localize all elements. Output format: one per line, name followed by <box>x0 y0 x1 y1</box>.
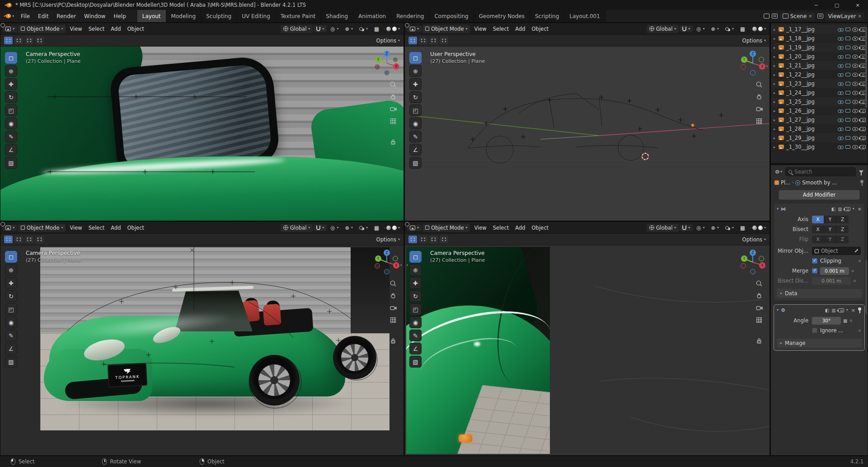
transform-tool-button[interactable]: ◉ <box>5 316 17 328</box>
animate-dot[interactable] <box>859 330 861 332</box>
hide-viewport-icon[interactable] <box>852 64 858 68</box>
options-dropdown[interactable]: Options▾ <box>742 236 766 243</box>
screen-data-icon[interactable] <box>845 73 850 76</box>
navigation-gizmo[interactable]: Z X Y <box>740 49 766 75</box>
select-mode-intersect[interactable] <box>440 37 448 44</box>
shading-material-button[interactable] <box>752 226 757 230</box>
show-gizmo-toggle[interactable]: ⊕▾ <box>342 25 356 33</box>
add-cube-tool-button[interactable]: ▧ <box>5 157 17 169</box>
measure-tool-button[interactable]: ∠ <box>5 343 17 354</box>
bisect-x-button[interactable]: X <box>812 226 824 233</box>
bisect-distance-field[interactable]: 0.001 m <box>812 277 851 285</box>
overlays-toggle[interactable]: ▾ <box>723 225 737 231</box>
minimize-button[interactable]: ─ <box>806 0 826 10</box>
grid-icon[interactable] <box>389 316 397 324</box>
screen-data-icon[interactable] <box>845 55 850 58</box>
select-mode-subtract[interactable] <box>25 236 33 243</box>
rotate-tool-button[interactable]: ↻ <box>5 290 17 302</box>
workspace-tab[interactable]: Layout.001 <box>564 10 605 22</box>
remove-viewlayer-icon[interactable]: × <box>858 14 862 19</box>
hide-viewport-icon[interactable] <box>852 37 858 41</box>
workspace-tab[interactable]: UV Editing <box>237 10 276 22</box>
screen-data-icon[interactable] <box>845 145 850 149</box>
link-icon[interactable] <box>838 118 844 122</box>
viewport-canvas[interactable]: Camera Perspective (27) Collection | Pla… <box>405 245 769 455</box>
proportional-editing-toggle[interactable]: ◎▾ <box>328 224 341 232</box>
outliner-row[interactable]: ▸ _1_22__jpg <box>771 70 868 79</box>
zoom-icon[interactable] <box>389 280 397 287</box>
viewport-menu[interactable]: Select <box>490 224 512 232</box>
axis-y-button[interactable]: Y <box>824 216 836 223</box>
snap-toggle[interactable]: ▾ <box>680 224 693 231</box>
screen-data-icon[interactable] <box>845 82 850 85</box>
link-icon[interactable] <box>838 28 844 31</box>
scale-tool-button[interactable]: ◰ <box>409 303 422 315</box>
overlays-toggle[interactable]: ▾ <box>357 26 371 32</box>
overlays-toggle[interactable]: ▾ <box>723 26 737 32</box>
viewport-menu[interactable]: View <box>471 25 489 33</box>
manage-subpanel[interactable]: ▸ Manage <box>777 339 862 348</box>
bisect-y-button[interactable]: Y <box>824 226 836 233</box>
realtime-toggle[interactable]: ▥ <box>831 308 835 313</box>
menu-item[interactable]: Help <box>109 10 130 22</box>
select-mode-subtract[interactable] <box>25 37 33 44</box>
measure-tool-button[interactable]: ∠ <box>409 144 422 156</box>
link-icon[interactable] <box>838 136 844 140</box>
animate-dot[interactable] <box>854 280 856 282</box>
disable-render-icon[interactable] <box>860 109 866 113</box>
expand-icon[interactable]: ▸ <box>774 127 778 131</box>
viewport-menu[interactable]: Add <box>108 224 124 232</box>
xray-toggle[interactable]: ▩ <box>737 224 748 232</box>
camera-view-icon[interactable] <box>389 304 397 311</box>
annotate-tool-button[interactable]: ✎ <box>409 330 422 341</box>
outliner-row[interactable]: ▸ _1_20__jpg <box>771 52 868 61</box>
animate-dot[interactable] <box>859 260 861 262</box>
new-scene-icon[interactable] <box>772 14 778 19</box>
viewport-canvas[interactable]: User Perspective (27) Collection | Plane… <box>405 47 769 221</box>
outliner-row[interactable]: ▸ _1_24__jpg <box>771 88 868 97</box>
rotate-tool-button[interactable]: ↻ <box>409 290 422 302</box>
xray-toggle[interactable]: ▩ <box>371 224 382 232</box>
viewport-menu[interactable]: Object <box>529 224 552 232</box>
move-tool-button[interactable]: ✚ <box>409 277 422 289</box>
cursor-tool-button[interactable]: ⊕ <box>5 65 17 77</box>
disable-render-icon[interactable] <box>860 118 866 122</box>
shading-rendered-button[interactable] <box>392 27 397 31</box>
outliner-row[interactable]: ▸ _1_19__jpg <box>771 43 868 52</box>
expand-icon[interactable]: ▸ <box>774 145 778 149</box>
workspace-tab[interactable]: Texture Paint <box>276 10 321 22</box>
xray-toggle[interactable]: ▩ <box>371 25 382 33</box>
blender-menu-button[interactable]: ▾ <box>0 14 17 19</box>
disable-render-icon[interactable] <box>860 136 866 140</box>
disable-render-icon[interactable] <box>860 145 866 149</box>
grid-icon[interactable] <box>389 118 397 125</box>
viewport-canvas[interactable]: Camera Perspective (27) Collection | Pla… <box>0 47 404 221</box>
screen-data-icon[interactable] <box>845 100 850 104</box>
transform-orientation-select[interactable]: Global▾ <box>647 224 679 232</box>
outliner-row[interactable]: ▸ _1_26__jpg <box>771 106 868 115</box>
link-icon[interactable] <box>838 100 844 104</box>
sidebar-toggle[interactable]: ‹ <box>400 262 402 268</box>
screen-data-icon[interactable] <box>845 109 850 113</box>
render-toggle[interactable] <box>845 207 850 211</box>
select-mode-extend[interactable] <box>419 37 427 44</box>
hide-viewport-icon[interactable] <box>852 136 858 140</box>
transform-orientation-select[interactable]: Global▾ <box>281 25 313 33</box>
outliner-row[interactable]: ▸ _1_27__jpg <box>771 115 868 124</box>
show-gizmo-toggle[interactable]: ⊕▾ <box>708 224 722 232</box>
hide-viewport-icon[interactable] <box>852 46 858 50</box>
cursor-tool-button[interactable]: ⊕ <box>5 264 17 276</box>
mode-select[interactable]: Object Mode▾ <box>18 25 66 33</box>
menu-item[interactable]: Edit <box>34 10 52 22</box>
link-icon[interactable] <box>838 82 844 85</box>
expand-icon[interactable]: ▸ <box>774 118 778 122</box>
edit-mode-toggle[interactable]: ◧ <box>831 207 835 212</box>
hide-viewport-icon[interactable] <box>852 118 858 122</box>
viewlayer-selector[interactable]: ViewLayer × <box>826 12 864 20</box>
select-mode-set[interactable] <box>4 37 13 44</box>
viewport-menu[interactable]: Select <box>490 25 512 33</box>
browse-scene-icon[interactable] <box>764 14 769 19</box>
screen-data-icon[interactable] <box>845 64 850 67</box>
show-gizmo-toggle[interactable]: ⊕▾ <box>708 25 722 33</box>
link-icon[interactable] <box>838 55 844 58</box>
